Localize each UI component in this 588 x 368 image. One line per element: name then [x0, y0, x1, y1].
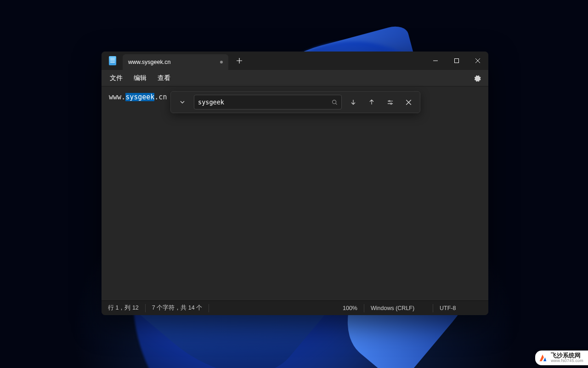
- svg-point-2: [389, 100, 390, 102]
- watermark-url: www.fs0745.com: [551, 359, 583, 363]
- svg-point-3: [390, 103, 391, 104]
- search-icon: [332, 99, 338, 105]
- find-close-button[interactable]: [400, 94, 417, 110]
- watermark-logo-icon: [538, 353, 548, 363]
- text-after: .cn: [154, 93, 167, 101]
- text-highlight: sysgeek: [125, 93, 154, 101]
- close-button[interactable]: [467, 53, 488, 68]
- text-area[interactable]: www.sysgeek.cn: [102, 86, 488, 300]
- status-zoom[interactable]: 100%: [336, 304, 364, 312]
- find-bar: [170, 91, 420, 113]
- find-input[interactable]: [198, 98, 332, 106]
- menu-file[interactable]: 文件: [104, 71, 128, 85]
- svg-point-1: [333, 100, 336, 104]
- menubar: 文件 编辑 查看: [102, 70, 488, 86]
- maximize-button[interactable]: [446, 53, 467, 68]
- notepad-window: www.sysgeek.cn 文件 编辑 查看 www.s: [102, 52, 488, 315]
- statusbar: 行 1，列 12 7 个字符，共 14 个 100% Windows (CRLF…: [102, 300, 488, 315]
- settings-button[interactable]: [469, 71, 486, 85]
- watermark-title: 飞沙系统网: [551, 352, 583, 359]
- find-next-button[interactable]: [345, 94, 362, 110]
- watermark: 飞沙系统网 www.fs0745.com: [535, 351, 588, 365]
- titlebar[interactable]: www.sysgeek.cn: [102, 52, 488, 70]
- document-tab[interactable]: www.sysgeek.cn: [123, 54, 228, 70]
- find-options-button[interactable]: [381, 94, 399, 110]
- tab-title: www.sysgeek.cn: [128, 59, 170, 65]
- gear-icon: [474, 75, 481, 82]
- find-prev-button[interactable]: [363, 94, 380, 110]
- minimize-button[interactable]: [425, 53, 446, 68]
- arrow-down-icon: [350, 99, 356, 105]
- status-encoding[interactable]: UTF-8: [433, 304, 488, 312]
- chevron-down-icon: [180, 99, 185, 105]
- find-collapse-button[interactable]: [174, 94, 191, 110]
- unsaved-dot-icon: [220, 61, 223, 63]
- notepad-icon: [109, 56, 116, 65]
- status-selection: 7 个字符，共 14 个: [146, 304, 209, 312]
- find-input-wrap: [194, 95, 342, 109]
- status-position[interactable]: 行 1，列 12: [102, 304, 146, 312]
- arrow-up-icon: [368, 99, 375, 105]
- menu-edit[interactable]: 编辑: [128, 71, 152, 85]
- window-controls: [425, 53, 488, 68]
- new-tab-button[interactable]: [230, 53, 249, 68]
- status-eol[interactable]: Windows (CRLF): [364, 304, 433, 312]
- sliders-icon: [387, 99, 394, 106]
- svg-rect-0: [455, 59, 459, 63]
- text-before: www.: [109, 93, 125, 101]
- close-icon: [406, 100, 411, 105]
- menu-view[interactable]: 查看: [152, 71, 176, 85]
